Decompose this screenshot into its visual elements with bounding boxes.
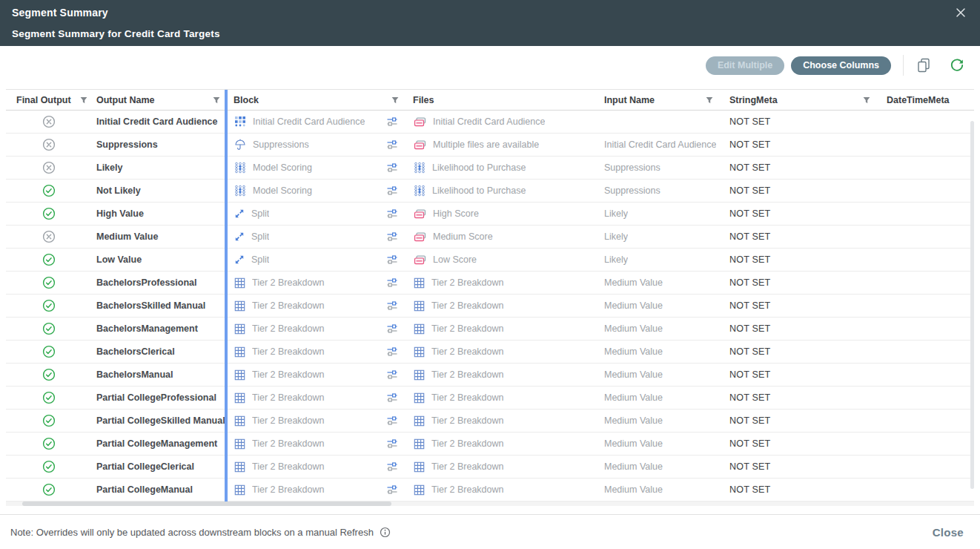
close-button[interactable]: Close <box>933 526 964 539</box>
block-settings-icon[interactable] <box>386 277 398 289</box>
check-circle-icon[interactable] <box>42 322 56 335</box>
x-circle-icon[interactable] <box>42 161 56 174</box>
table-row[interactable]: BachelorsProfessionalTier 2 BreakdownTie… <box>6 272 974 295</box>
input-name-cell: Medium Value <box>593 410 719 432</box>
table-row[interactable]: Partial CollegeProfessionalTier 2 Breakd… <box>6 387 974 410</box>
output-name-label: BachelorsClerical <box>96 346 175 357</box>
output-name-cell: BachelorsProfessional <box>91 272 226 294</box>
grid-table-icon <box>234 461 245 473</box>
filter-icon[interactable] <box>706 96 713 104</box>
filter-icon[interactable] <box>213 96 220 104</box>
filter-icon[interactable] <box>863 96 870 104</box>
stringmeta-value: NOT SET <box>729 277 770 288</box>
stringmeta-value: NOT SET <box>729 415 770 426</box>
check-circle-icon[interactable] <box>42 368 56 381</box>
files-label: Likelihood to Purchase <box>432 185 526 196</box>
check-circle-icon[interactable] <box>42 483 56 496</box>
table-row[interactable]: Partial CollegeSkilled ManualTier 2 Brea… <box>6 410 974 433</box>
file-stack-icon <box>414 254 426 266</box>
block-settings-icon[interactable] <box>386 254 398 266</box>
block-settings-icon[interactable] <box>386 346 398 358</box>
block-settings-icon[interactable] <box>386 116 398 128</box>
check-circle-icon[interactable] <box>42 276 56 289</box>
filter-icon[interactable] <box>80 96 87 104</box>
table-row[interactable]: BachelorsClericalTier 2 BreakdownTier 2 … <box>6 341 974 364</box>
stringmeta-cell: NOT SET <box>719 226 875 248</box>
copy-icon[interactable] <box>916 57 932 73</box>
x-circle-icon[interactable] <box>42 115 56 128</box>
block-cell: Split <box>226 203 408 225</box>
input-name-label: Medium Value <box>604 300 663 311</box>
block-cell: Tier 2 Breakdown <box>226 387 408 409</box>
block-settings-icon[interactable] <box>386 139 398 151</box>
refresh-icon[interactable] <box>949 57 965 73</box>
block-content: Tier 2 Breakdown <box>234 369 325 381</box>
block-cell: Split <box>226 249 408 271</box>
check-circle-icon[interactable] <box>42 414 56 427</box>
block-cell: Tier 2 Breakdown <box>226 318 408 340</box>
choose-columns-button[interactable]: Choose Columns <box>791 56 891 75</box>
check-circle-icon[interactable] <box>42 437 56 450</box>
table-row[interactable]: BachelorsManualTier 2 BreakdownTier 2 Br… <box>6 364 974 387</box>
check-circle-icon[interactable] <box>42 391 56 404</box>
grid-table-icon <box>234 323 245 335</box>
table-row[interactable]: High ValueSplitHigh ScoreLikelyNOT SET <box>6 203 974 226</box>
block-settings-icon[interactable] <box>386 300 398 312</box>
footer-note: Note: Overrides will only be updated acr… <box>10 527 391 538</box>
check-circle-icon[interactable] <box>42 184 56 197</box>
table-row[interactable]: Low ValueSplitLow ScoreLikelyNOT SET <box>6 249 974 272</box>
block-settings-icon[interactable] <box>386 438 398 450</box>
grid-table-icon <box>234 392 245 404</box>
x-circle-icon[interactable] <box>42 138 56 151</box>
block-settings-icon[interactable] <box>386 484 398 496</box>
check-circle-icon[interactable] <box>42 460 56 473</box>
frozen-columns-divider[interactable] <box>225 90 228 502</box>
block-label: Suppressions <box>253 139 309 150</box>
split-icon <box>234 208 245 219</box>
table-row[interactable]: SuppressionsSuppressionsMultiple files a… <box>6 134 974 157</box>
check-circle-icon[interactable] <box>42 253 56 266</box>
table-row[interactable]: Initial Credit Card AudienceInitial Cred… <box>6 111 974 134</box>
vertical-scrollbar-thumb[interactable] <box>970 121 974 489</box>
table-row[interactable]: LikelyModel ScoringLikelihood to Purchas… <box>6 157 974 180</box>
block-settings-icon[interactable] <box>386 231 398 243</box>
horizontal-scrollbar[interactable] <box>6 502 974 506</box>
block-settings-icon[interactable] <box>386 208 398 220</box>
block-content: Tier 2 Breakdown <box>234 346 325 358</box>
table-row[interactable]: Not LikelyModel ScoringLikelihood to Pur… <box>6 180 974 203</box>
block-settings-icon[interactable] <box>386 323 398 335</box>
files-label: Tier 2 Breakdown <box>431 277 504 288</box>
table-row[interactable]: BachelorsSkilled ManualTier 2 BreakdownT… <box>6 295 974 318</box>
x-circle-icon[interactable] <box>42 230 56 243</box>
check-circle-icon[interactable] <box>42 345 56 358</box>
check-circle-icon[interactable] <box>42 299 56 312</box>
datetimemeta-cell <box>875 203 974 225</box>
table-row[interactable]: Partial CollegeClericalTier 2 BreakdownT… <box>6 456 974 479</box>
filter-icon[interactable] <box>391 96 399 104</box>
files-label: Tier 2 Breakdown <box>431 484 504 495</box>
block-settings-icon[interactable] <box>386 461 398 473</box>
table-row[interactable]: Partial CollegeManualTier 2 BreakdownTie… <box>6 479 974 502</box>
block-settings-icon[interactable] <box>386 185 398 197</box>
block-cell: Split <box>226 226 408 248</box>
stringmeta-value: NOT SET <box>729 369 770 380</box>
stringmeta-value: NOT SET <box>729 116 770 127</box>
block-settings-icon[interactable] <box>386 415 398 427</box>
block-settings-icon[interactable] <box>386 162 398 174</box>
output-name-cell: Likely <box>91 157 226 179</box>
horizontal-scrollbar-thumb[interactable] <box>22 502 391 506</box>
check-circle-icon[interactable] <box>42 207 56 220</box>
close-icon[interactable] <box>955 7 967 19</box>
output-name-label: BachelorsSkilled Manual <box>96 300 205 311</box>
block-settings-icon[interactable] <box>386 392 398 404</box>
input-name-label: Medium Value <box>604 369 663 380</box>
output-name-label: BachelorsProfessional <box>96 277 196 288</box>
block-content: Suppressions <box>234 139 309 151</box>
table-row[interactable]: BachelorsManagementTier 2 BreakdownTier … <box>6 318 974 341</box>
edit-multiple-button[interactable]: Edit Multiple <box>706 56 784 75</box>
table-row[interactable]: Medium ValueSplitMedium ScoreLikelyNOT S… <box>6 226 974 249</box>
table-row[interactable]: Partial CollegeManagementTier 2 Breakdow… <box>6 433 974 456</box>
block-settings-icon[interactable] <box>386 369 398 381</box>
column-header-files: Files <box>408 90 593 110</box>
info-icon[interactable] <box>380 527 391 538</box>
